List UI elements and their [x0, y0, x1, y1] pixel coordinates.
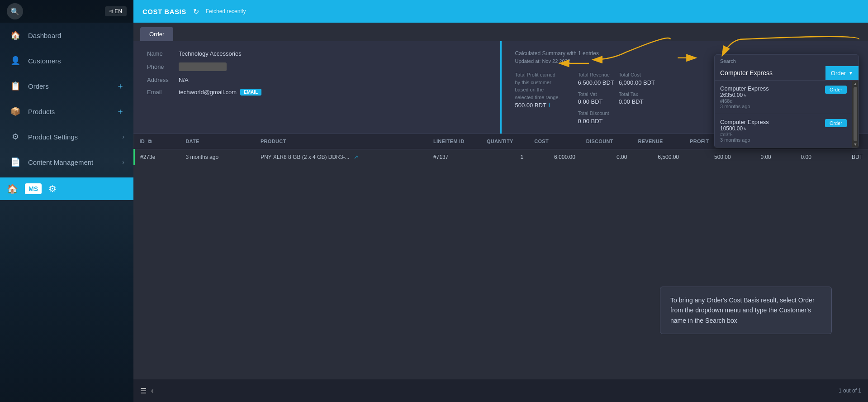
tab-bar: Order — [133, 23, 868, 41]
ms-button[interactable]: MS — [25, 183, 42, 194]
orders-icon: 📋 — [9, 80, 22, 92]
back-button[interactable]: ‹ — [151, 387, 153, 395]
search-panel-header: Search — [715, 55, 859, 66]
sidebar-bottom-bar: 🏠 MS ⚙ — [0, 177, 133, 200]
phone-label: Phone — [147, 63, 179, 70]
cell-profit: 500.00 — [684, 149, 736, 165]
top-header: COST BASIS ↻ Fetched recently — [133, 0, 868, 23]
language-button[interactable]: বা EN — [105, 6, 127, 16]
search-scrollbar[interactable]: ▲ ▼ — [852, 81, 859, 148]
product-settings-arrow-icon: › — [122, 133, 124, 140]
page-title: COST BASIS — [142, 8, 186, 15]
cell-revenue: 6,500.00 — [632, 149, 684, 165]
address-value: N/A — [179, 77, 189, 83]
phone-value: •••••••••• — [179, 62, 227, 71]
sidebar-item-customers[interactable]: 👤 Customers — [0, 48, 133, 73]
result-right-0: Order — [825, 85, 847, 93]
content-management-icon: 📄 — [9, 156, 22, 168]
content-management-arrow-icon: › — [122, 158, 124, 166]
sidebar-top: 🔍 বা EN — [0, 0, 133, 23]
home-bottom-icon[interactable]: 🏠 — [7, 183, 18, 194]
cell-lineitem: #7137 — [428, 149, 481, 165]
search-dropdown-button[interactable]: Order ▼ — [825, 66, 859, 80]
cell-date: 3 months ago — [180, 149, 255, 165]
search-result-1[interactable]: Computer Express 10500.00 ৳ #d3f5 3 mont… — [715, 114, 852, 148]
scroll-up-icon[interactable]: ▲ — [854, 81, 858, 86]
sidebar-label-customers: Customers — [28, 57, 124, 65]
col-header-product: PRODUCT — [255, 134, 428, 149]
dropdown-arrow-icon: ▼ — [849, 71, 853, 76]
search-input-row: Order ▼ — [715, 66, 859, 81]
products-add-icon[interactable]: ＋ — [116, 106, 124, 117]
sidebar-item-dashboard[interactable]: 🏠 Dashboard — [0, 23, 133, 48]
sidebar-item-product-settings[interactable]: ⚙ Product Settings › — [0, 124, 133, 149]
phone-row: Phone •••••••••• — [147, 62, 487, 71]
refresh-button[interactable]: ↻ — [193, 7, 199, 16]
search-results-area: Computer Express 26350.00 ৳ #f68d 3 mont… — [715, 81, 859, 148]
total-discount-item: Total Discount 0.00 BDT — [578, 110, 614, 124]
total-vat-item: Total Vat 0.00 BDT — [578, 91, 614, 105]
cell-discount: 0.00 — [581, 149, 633, 165]
profit-desc: Total Profit earned by this customerbase… — [515, 71, 560, 101]
profit-value: 500.00 BDT i — [515, 102, 560, 109]
fetched-label: Fetched recently — [206, 8, 246, 14]
total-cost-item: Total Cost 6,000.00 BDT — [619, 71, 655, 86]
sidebar-label-products: Products — [28, 108, 116, 115]
col-header-quantity: QUANTITY — [481, 134, 529, 149]
scroll-down-icon[interactable]: ▼ — [854, 142, 858, 147]
col-header-revenue: REVENUE — [632, 134, 684, 149]
sidebar-label-product-settings: Product Settings — [28, 133, 122, 141]
table-body: #273e 3 months ago PNY XLR8 8 GB (2 x 4 … — [134, 149, 868, 165]
sidebar-item-products[interactable]: 📦 Products ＋ — [0, 99, 133, 124]
id-sort-icon[interactable]: ⧉ — [148, 139, 152, 144]
address-row: Address N/A — [147, 77, 487, 83]
summary-grid: Total Revenue 6,500.00 BDT Total Cost 6,… — [578, 71, 655, 124]
settings-bottom-icon[interactable]: ⚙ — [48, 183, 57, 194]
cell-id: #273e — [134, 149, 180, 165]
cell-cost: 6,000.00 — [529, 149, 581, 165]
lang-prefix: বা — [109, 8, 113, 14]
search-result-0[interactable]: Computer Express 26350.00 ৳ #f68d 3 mont… — [715, 81, 852, 114]
info-icon[interactable]: i — [549, 102, 550, 109]
sidebar-item-content-management[interactable]: 📄 Content Management › — [0, 149, 133, 175]
menu-button[interactable]: ☰ — [140, 387, 147, 395]
sidebar-label-dashboard: Dashboard — [28, 32, 124, 39]
dashboard-icon: 🏠 — [9, 29, 22, 42]
search-panel: Search Order ▼ Computer Express 26350.00… — [714, 54, 859, 148]
customer-info-left: Name Technology Accessories Phone ••••••… — [133, 41, 502, 134]
external-link-icon[interactable]: ↗ — [354, 154, 358, 160]
order-badge-0[interactable]: Order — [825, 86, 847, 94]
tooltip-box: To bring any Order's Cost Basis result, … — [660, 287, 832, 334]
email-label: Email — [147, 89, 179, 96]
product-settings-icon: ⚙ — [9, 130, 22, 143]
cell-quantity: 1 — [481, 149, 529, 165]
col-header-cost: COST — [529, 134, 581, 149]
lang-code: EN — [114, 8, 122, 14]
cell-product: PNY XLR8 8 GB (2 x 4 GB) DDR3-... ↗ — [255, 149, 428, 165]
products-icon: 📦 — [9, 105, 22, 118]
sidebar-item-orders[interactable]: 📋 Orders ＋ — [0, 73, 133, 99]
col-header-lineitem: LINEITEM ID — [428, 134, 481, 149]
total-revenue-item: Total Revenue 6,500.00 BDT — [578, 71, 614, 86]
address-label: Address — [147, 77, 179, 83]
sidebar: 🔍 বা EN 🏠 Dashboard 👤 Customers 📋 Orders… — [0, 0, 133, 402]
orders-add-icon[interactable]: ＋ — [116, 81, 124, 91]
total-tax-item: Total Tax 0.00 BDT — [619, 91, 655, 105]
search-input[interactable] — [715, 66, 825, 80]
col-header-discount: DISCOUNT — [581, 134, 633, 149]
result-left-1: Computer Express 10500.00 ৳ #d3f5 3 mont… — [720, 119, 821, 143]
profit-block: Total Profit earned by this customerbase… — [515, 71, 560, 119]
cell-tax: 0.00 — [736, 149, 777, 165]
order-badge-1[interactable]: Order — [825, 119, 847, 127]
result-right-1: Order — [825, 119, 847, 127]
sidebar-search-button[interactable]: 🔍 — [7, 3, 23, 19]
email-row: Email techworld@gmail.com EMAIL — [147, 89, 487, 96]
tab-order[interactable]: Order — [140, 27, 173, 41]
email-badge[interactable]: EMAIL — [240, 89, 261, 96]
cell-vat: 0.00 — [777, 149, 817, 165]
sidebar-label-orders: Orders — [28, 82, 116, 90]
table-row: #273e 3 months ago PNY XLR8 8 GB (2 x 4 … — [134, 149, 868, 165]
cell-currency: BDT — [817, 149, 868, 165]
search-results-list: Computer Express 26350.00 ৳ #f68d 3 mont… — [715, 81, 852, 148]
customers-icon: 👤 — [9, 54, 22, 67]
